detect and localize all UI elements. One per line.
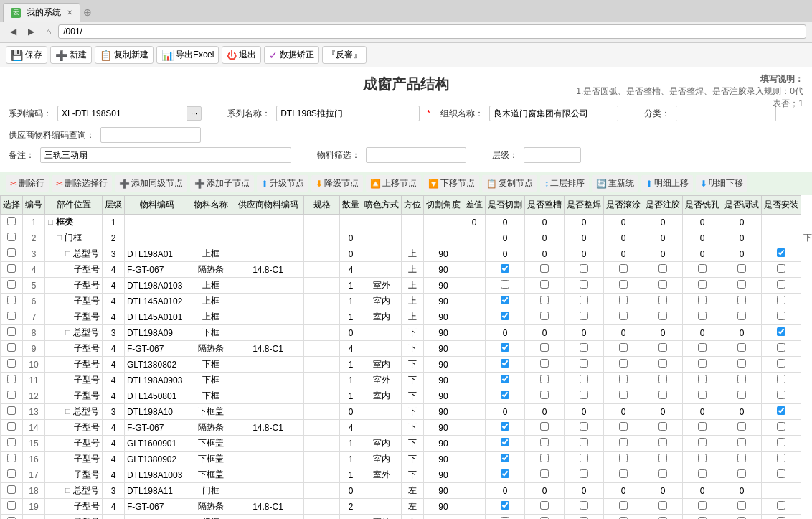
row-roll-check-input[interactable]	[619, 264, 628, 273]
upgrade-node-button[interactable]: ⬆ 升级节点	[257, 175, 308, 192]
row-cut-check[interactable]	[486, 515, 525, 520]
review-button[interactable]: 『反審』	[322, 46, 367, 64]
row-groove-check-input[interactable]	[540, 391, 549, 399]
row-groove-check-input[interactable]	[540, 422, 549, 431]
row-weld-check[interactable]	[565, 515, 604, 520]
row-install-checkbox[interactable]	[777, 312, 785, 320]
row-roll-check[interactable]	[604, 499, 643, 515]
row-cut-check-input[interactable]	[501, 343, 509, 352]
row-debug-check-input[interactable]	[737, 391, 746, 399]
row-roll-check[interactable]	[604, 420, 643, 436]
row-groove-check[interactable]	[525, 436, 565, 452]
row-drill-check[interactable]	[683, 452, 722, 467]
row-cut-check-input[interactable]	[501, 501, 509, 510]
row-cut-check-input[interactable]	[501, 469, 509, 478]
row-groove-check-input[interactable]	[540, 296, 549, 304]
row-cut-check[interactable]	[486, 294, 525, 309]
row-install[interactable]	[762, 420, 801, 436]
row-roll-check-input[interactable]	[619, 375, 628, 383]
row-groove-check[interactable]	[525, 357, 565, 373]
row-glue-check[interactable]	[643, 388, 683, 404]
row-debug-check[interactable]	[722, 499, 762, 515]
row-drill-check-input[interactable]	[698, 343, 707, 352]
row-debug-check-input[interactable]	[737, 375, 746, 383]
row-debug-check-input[interactable]	[737, 296, 746, 304]
row-install[interactable]	[762, 262, 801, 278]
row-weld-check-input[interactable]	[580, 343, 588, 352]
row-select-checkbox[interactable]	[7, 501, 16, 510]
copy-node-button[interactable]: 📋 复制节点	[482, 175, 537, 192]
row-groove-check[interactable]	[525, 420, 565, 436]
row-groove-check[interactable]	[525, 294, 565, 309]
export-excel-button[interactable]: 📊 导出Excel	[156, 46, 219, 64]
tree-toggle[interactable]: □	[65, 406, 73, 416]
row-cut-check-input[interactable]	[501, 312, 509, 320]
row-select-checkbox[interactable]	[7, 422, 16, 431]
row-glue-check-input[interactable]	[658, 391, 667, 399]
row-drill-check-input[interactable]	[698, 280, 707, 289]
row-weld-check-input[interactable]	[580, 422, 588, 431]
row-glue-check[interactable]	[643, 262, 683, 278]
series-code-picker[interactable]: ···	[187, 106, 202, 121]
row-groove-check[interactable]	[525, 373, 565, 388]
row-install-checkbox[interactable]	[777, 264, 785, 273]
new-button[interactable]: ➕ 新建	[50, 46, 92, 64]
row-debug-check-input[interactable]	[737, 359, 746, 368]
row-debug-check-input[interactable]	[737, 264, 746, 273]
row-install-checkbox[interactable]	[777, 343, 785, 352]
row-cut-check[interactable]	[486, 499, 525, 515]
row-drill-check[interactable]	[683, 388, 722, 404]
row-drill-check[interactable]	[683, 309, 722, 325]
row-install[interactable]	[762, 436, 801, 452]
row-roll-check[interactable]	[604, 436, 643, 452]
row-roll-check[interactable]	[604, 515, 643, 520]
row-install[interactable]	[762, 499, 801, 515]
row-groove-check-input[interactable]	[540, 469, 549, 478]
row-drill-check[interactable]	[683, 373, 722, 388]
row-glue-check-input[interactable]	[658, 312, 667, 320]
row-groove-check-input[interactable]	[540, 359, 549, 368]
row-weld-check-input[interactable]	[580, 438, 588, 446]
row-debug-check[interactable]	[722, 278, 762, 294]
row-glue-check[interactable]	[643, 357, 683, 373]
row-weld-check[interactable]	[565, 467, 604, 483]
row-drill-check-input[interactable]	[698, 454, 707, 462]
tree-toggle[interactable]: □	[65, 485, 73, 495]
row-glue-check-input[interactable]	[658, 422, 667, 431]
material-filter-input[interactable]	[366, 147, 466, 163]
row-weld-check-input[interactable]	[580, 391, 588, 399]
add-parent-node-button[interactable]: ➕ 添加同级节点	[115, 175, 187, 192]
row-cut-check[interactable]	[486, 420, 525, 436]
row-groove-check[interactable]	[525, 467, 565, 483]
row-glue-check[interactable]	[643, 341, 683, 357]
row-debug-check[interactable]	[722, 357, 762, 373]
row-drill-check[interactable]	[683, 499, 722, 515]
row-glue-check-input[interactable]	[658, 454, 667, 462]
back-button[interactable]: ◀	[6, 24, 21, 39]
copy-new-button[interactable]: 📋 复制新建	[95, 46, 154, 64]
row-debug-check-input[interactable]	[737, 469, 746, 478]
series-code-input[interactable]	[57, 106, 187, 121]
row-roll-check[interactable]	[604, 467, 643, 483]
row-drill-check-input[interactable]	[698, 375, 707, 383]
row-roll-check-input[interactable]	[619, 422, 628, 431]
row-weld-check[interactable]	[565, 420, 604, 436]
new-tab-button[interactable]: ⊕	[83, 6, 92, 18]
row-roll-check-input[interactable]	[619, 359, 628, 368]
row-cut-check-input[interactable]	[501, 359, 509, 368]
row-debug-check[interactable]	[722, 341, 762, 357]
row-groove-check[interactable]	[525, 309, 565, 325]
row-debug-check-input[interactable]	[737, 438, 746, 446]
row-roll-check[interactable]	[604, 278, 643, 294]
row-debug-check[interactable]	[722, 373, 762, 388]
row-groove-check[interactable]	[525, 278, 565, 294]
detail-down-button[interactable]: ⬇ 明细下移	[696, 175, 747, 192]
row-install[interactable]	[762, 357, 801, 373]
row-weld-check-input[interactable]	[580, 454, 588, 462]
row-groove-check-input[interactable]	[540, 312, 549, 320]
row-glue-check-input[interactable]	[658, 296, 667, 304]
row-glue-check[interactable]	[643, 309, 683, 325]
forward-button[interactable]: ▶	[24, 24, 39, 39]
row-groove-check-input[interactable]	[540, 264, 549, 273]
delete-selected-button[interactable]: ✂ 删除选择行	[52, 175, 112, 192]
